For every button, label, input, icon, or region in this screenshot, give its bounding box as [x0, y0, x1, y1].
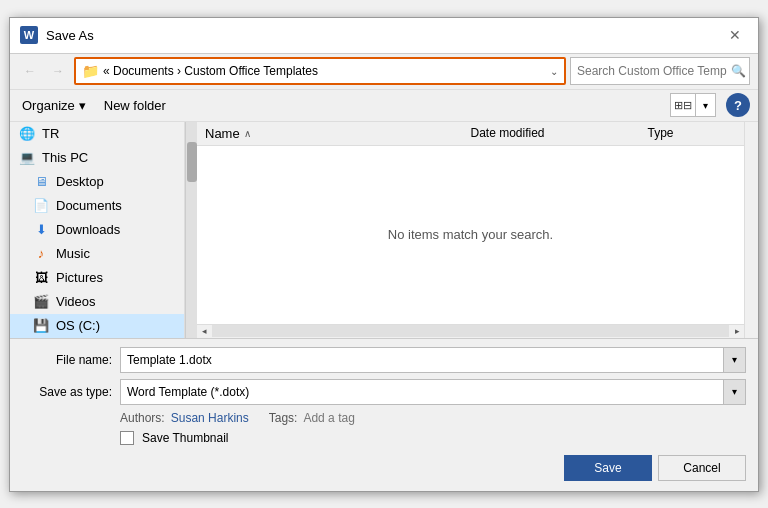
- tags-item: Tags:: [269, 411, 454, 425]
- button-row: Save Cancel: [22, 451, 746, 483]
- horizontal-scrollbar[interactable]: ◂ ▸: [197, 324, 744, 338]
- downloads-icon: ⬇: [32, 222, 50, 238]
- hscroll-right-button[interactable]: ▸: [730, 324, 744, 338]
- dialog-title: Save As: [46, 28, 94, 43]
- save-button[interactable]: Save: [564, 455, 652, 481]
- forward-button[interactable]: →: [46, 59, 70, 83]
- authors-label: Authors:: [120, 411, 165, 425]
- sidebar-label-documents: Documents: [56, 198, 122, 213]
- new-folder-button[interactable]: New folder: [100, 96, 170, 115]
- sidebar-label-pictures: Pictures: [56, 270, 103, 285]
- videos-icon: 🎬: [32, 294, 50, 310]
- filename-label: File name:: [22, 353, 112, 367]
- title-bar: W Save As ✕: [10, 18, 758, 54]
- file-list-header: Name ∧ Date modified Type: [197, 122, 744, 146]
- os-drive-icon: 💾: [32, 318, 50, 334]
- filename-dropdown-button[interactable]: ▾: [723, 348, 745, 372]
- sidebar-item-videos[interactable]: 🎬 Videos: [10, 290, 184, 314]
- sidebar-item-this-pc[interactable]: 💻 This PC: [10, 146, 184, 170]
- sidebar-label-videos: Videos: [56, 294, 96, 309]
- tr-icon: 🌐: [18, 126, 36, 142]
- sort-arrow-icon: ∧: [244, 128, 251, 139]
- content-area: 🌐 TR 💻 This PC 🖥 Desktop 📄 Documents ⬇ D…: [10, 122, 758, 338]
- action-bar: Organize ▾ New folder ⊞⊟ ▾ ?: [10, 90, 758, 122]
- empty-message: No items match your search.: [388, 227, 553, 242]
- tags-label: Tags:: [269, 411, 298, 425]
- sidebar-item-tr[interactable]: 🌐 TR: [10, 122, 184, 146]
- organize-button[interactable]: Organize ▾: [18, 96, 90, 115]
- form-area: File name: ▾ Save as type: ▾ Authors: Su…: [10, 338, 758, 491]
- file-area: Name ∧ Date modified Type No items match…: [197, 122, 744, 338]
- savetype-row: Save as type: ▾: [22, 379, 746, 405]
- music-icon: ♪: [32, 246, 50, 262]
- word-icon: W: [20, 26, 38, 44]
- organize-label: Organize: [22, 98, 75, 113]
- sidebar-label-tr: TR: [42, 126, 59, 141]
- filename-input[interactable]: [120, 347, 746, 373]
- sidebar-scroll-thumb[interactable]: [187, 142, 197, 182]
- sidebar-item-os-c[interactable]: 💾 OS (C:): [10, 314, 184, 338]
- sidebar-item-downloads[interactable]: ⬇ Downloads: [10, 218, 184, 242]
- address-chevron-icon[interactable]: ⌄: [550, 66, 558, 77]
- thumbnail-label: Save Thumbnail: [142, 431, 229, 445]
- sidebar-scrollbar[interactable]: [185, 122, 197, 338]
- col-header-date: Date modified: [471, 126, 648, 141]
- hscroll-track: [212, 325, 729, 337]
- this-pc-icon: 💻: [18, 150, 36, 166]
- thumbnail-checkbox[interactable]: [120, 431, 134, 445]
- filename-row: File name: ▾: [22, 347, 746, 373]
- savetype-dropdown-button[interactable]: ▾: [723, 380, 745, 404]
- col-header-type: Type: [648, 126, 737, 141]
- sidebar-item-desktop[interactable]: 🖥 Desktop: [10, 170, 184, 194]
- address-toolbar: ← → 📁 « Documents › Custom Office Templa…: [10, 54, 758, 90]
- new-folder-label: New folder: [104, 98, 166, 113]
- sidebar: 🌐 TR 💻 This PC 🖥 Desktop 📄 Documents ⬇ D…: [10, 122, 185, 338]
- sidebar-label-music: Music: [56, 246, 90, 261]
- authors-item: Authors: Susan Harkins: [120, 411, 249, 425]
- view-control: ⊞⊟ ▾: [670, 93, 716, 117]
- hscroll-left-button[interactable]: ◂: [197, 324, 211, 338]
- thumbnail-row: Save Thumbnail: [22, 431, 746, 445]
- sidebar-label-desktop: Desktop: [56, 174, 104, 189]
- address-path: « Documents › Custom Office Templates: [103, 64, 546, 78]
- col-header-name: Name ∧: [205, 126, 471, 141]
- documents-icon: 📄: [32, 198, 50, 214]
- savetype-input[interactable]: [120, 379, 746, 405]
- search-icon: 🔍: [731, 64, 746, 78]
- authors-value[interactable]: Susan Harkins: [171, 411, 249, 425]
- help-button[interactable]: ?: [726, 93, 750, 117]
- address-bar[interactable]: 📁 « Documents › Custom Office Templates …: [74, 57, 566, 85]
- sidebar-label-downloads: Downloads: [56, 222, 120, 237]
- tags-input[interactable]: [303, 411, 453, 425]
- close-button[interactable]: ✕: [722, 22, 748, 48]
- organize-arrow: ▾: [79, 98, 86, 113]
- savetype-input-wrap: ▾: [120, 379, 746, 405]
- file-area-scrollbar[interactable]: [744, 122, 758, 338]
- view-dropdown-button[interactable]: ▾: [696, 93, 716, 117]
- folder-icon: 📁: [82, 63, 99, 79]
- file-list-body: No items match your search.: [197, 146, 744, 324]
- sidebar-item-pictures[interactable]: 🖼 Pictures: [10, 266, 184, 290]
- save-as-dialog: W Save As ✕ ← → 📁 « Documents › Custom O…: [9, 17, 759, 492]
- sidebar-item-documents[interactable]: 📄 Documents: [10, 194, 184, 218]
- search-input[interactable]: [577, 64, 727, 78]
- sidebar-label-os-c: OS (C:): [56, 318, 100, 333]
- view-icon-button[interactable]: ⊞⊟: [670, 93, 696, 117]
- sidebar-label-this-pc: This PC: [42, 150, 88, 165]
- filename-input-wrap: ▾: [120, 347, 746, 373]
- desktop-icon: 🖥: [32, 174, 50, 190]
- savetype-label: Save as type:: [22, 385, 112, 399]
- cancel-button[interactable]: Cancel: [658, 455, 746, 481]
- title-bar-left: W Save As: [20, 26, 94, 44]
- meta-row: Authors: Susan Harkins Tags:: [22, 411, 746, 425]
- sidebar-item-music[interactable]: ♪ Music: [10, 242, 184, 266]
- back-button[interactable]: ←: [18, 59, 42, 83]
- search-box[interactable]: 🔍: [570, 57, 750, 85]
- pictures-icon: 🖼: [32, 270, 50, 286]
